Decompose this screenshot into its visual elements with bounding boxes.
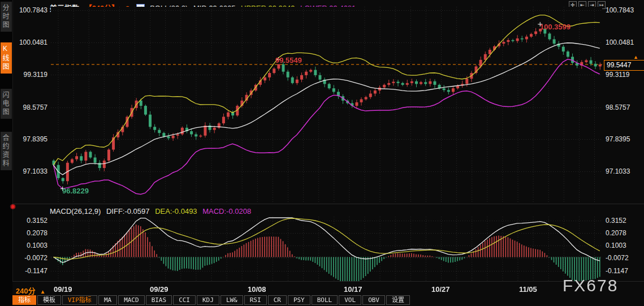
panel-divider: [12, 204, 644, 204]
swing-high-annotation: 99.5549: [275, 56, 302, 64]
price-axis-right-3: 98.5757: [606, 104, 639, 111]
macd-axis-left-4: -0.1147: [14, 267, 47, 275]
toolbar-template-button[interactable]: 模板: [37, 295, 61, 305]
macd-axis-left-1: 0.2078: [14, 229, 47, 237]
price-axis-right-0: 100.7843: [606, 6, 639, 14]
macd-axis-right-1: 0.2078: [606, 229, 639, 237]
period-selector[interactable]: 240分▲: [16, 285, 46, 296]
price-axis-left-1: 100.0481: [14, 38, 47, 46]
price-axis-left-0: 100.7843: [14, 6, 47, 14]
macd-hist-value: MACD:-0.0208: [202, 207, 251, 216]
macd-header: MACD(26,12,9) DIFF:-0.0597 DEA:-0.0493 M…: [50, 207, 254, 216]
period-selector-label: 240分: [16, 287, 36, 295]
toolbar-cci-button[interactable]: CCI: [173, 295, 196, 305]
date-label-1: 09/29: [150, 285, 168, 294]
toolbar-boll-button[interactable]: BOLL: [312, 295, 338, 305]
price-axis-right-1: 100.0481: [606, 38, 639, 46]
macd-axis-right-4: -0.1147: [606, 267, 639, 275]
price-axis-left-3: 98.5757: [14, 104, 47, 111]
candlestick-chart-canvas[interactable]: [51, 7, 602, 202]
toolbar-psy-button[interactable]: PSY: [288, 295, 310, 305]
sidebar-tab-flash-chart[interactable]: 闪电图: [1, 89, 12, 119]
macd-axis-right-3: -0.0072: [606, 254, 639, 262]
toolbar-lw-button[interactable]: LW&: [221, 295, 243, 305]
toolbar-obv-button[interactable]: OBV: [362, 295, 385, 305]
macd-dea-value: DEA:-0.0493: [155, 207, 197, 216]
macd-diff-value: DIFF:-0.0597: [106, 207, 150, 216]
sidebar-tab-kline-chart[interactable]: K线图: [1, 42, 12, 74]
macd-label: MACD(26,12,9): [50, 207, 101, 216]
toolbar-macd-button[interactable]: MACD: [118, 295, 145, 305]
price-axis-left-2: 99.3119: [14, 71, 47, 79]
left-sidebar: 分时图 K线图 闪电图 合约资料: [0, 0, 13, 306]
last-price-arrow-icon: ▲: [633, 54, 638, 60]
low-price-annotation: 96.8229: [62, 187, 89, 195]
macd-axis-right-0: 0.3152: [606, 217, 639, 225]
time-axis-row: 240分▲ 09/19 09/29 10/08 10/17 10/27 11/0…: [12, 281, 644, 296]
chevron-up-icon: ▲: [40, 288, 46, 295]
price-axis-left-5: 97.1033: [14, 167, 47, 175]
macd-axis-left-2: 0.1003: [14, 242, 47, 249]
toolbar-vol-button[interactable]: VOL: [339, 295, 361, 305]
toolbar-ma-button[interactable]: MA: [98, 295, 117, 305]
macd-axis-left-0: 0.3152: [14, 217, 47, 225]
macd-axis-left-3: -0.0072: [14, 254, 47, 262]
chart-app-window: 分时图 K线图 闪电图 合约资料 ✺ 美元指数 【240分】 ⊕ BOLL(20…: [0, 0, 644, 306]
date-label-4: 10/27: [431, 285, 450, 294]
price-axis-left-4: 97.8395: [14, 135, 47, 143]
sidebar-tab-contract-info[interactable]: 合约资料: [1, 132, 12, 170]
toolbar-kdj-button[interactable]: KDJ: [197, 295, 219, 305]
date-label-0: 09/19: [54, 285, 72, 294]
indicator-toolbar: 指标 模板 VIP指标 MA MACD BIAS CCI KDJ LW& RSI…: [12, 295, 411, 306]
toolbar-indicator-button[interactable]: 指标: [12, 295, 36, 305]
toolbar-bias-button[interactable]: BIAS: [146, 295, 172, 305]
date-label-3: 10/17: [344, 285, 362, 294]
fx678-watermark: FX678: [563, 276, 618, 295]
high-price-annotation: 100.3599: [540, 23, 570, 31]
macd-chart-canvas[interactable]: [51, 217, 602, 286]
last-price-badge: 99.5447: [604, 60, 644, 71]
sidebar-tab-time-chart[interactable]: 分时图: [1, 2, 12, 32]
date-label-2: 10/08: [248, 285, 266, 294]
macd-axis-right-2: 0.1003: [606, 242, 639, 249]
price-axis-right-4: 97.8395: [606, 135, 639, 143]
date-label-5: 11/05: [519, 285, 537, 294]
price-axis-right-2: 99.3119: [606, 71, 639, 79]
toolbar-rsi-button[interactable]: RSI: [244, 295, 267, 305]
toolbar-cr-button[interactable]: CR: [268, 295, 287, 305]
price-axis-right-5: 97.1033: [606, 167, 639, 175]
toolbar-settings-button[interactable]: 设置: [386, 295, 410, 305]
toolbar-vip-indicator-button[interactable]: VIP指标: [62, 295, 97, 305]
